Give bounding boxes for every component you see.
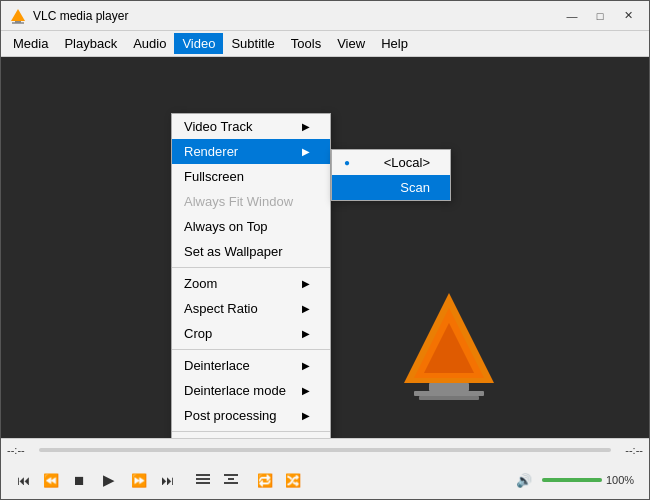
seek-bar[interactable] [39, 448, 611, 452]
menu-media[interactable]: Media [5, 33, 56, 54]
svg-rect-6 [429, 383, 469, 391]
bottom-controls: --:-- --:-- ⏮ ⏪ ⏹ ▶ ⏩ ⏭ [1, 438, 649, 499]
settings-icon [224, 473, 238, 487]
toggle-playlist-button[interactable] [189, 466, 217, 494]
submenu-arrow-crop-icon: ▶ [302, 328, 310, 339]
submenu-arrow-deinterlace-mode-icon: ▶ [302, 385, 310, 396]
next-frame-button[interactable]: ⏭ [153, 466, 181, 494]
svg-rect-8 [419, 396, 479, 400]
maximize-button[interactable]: □ [587, 6, 613, 26]
aspect-ratio-item[interactable]: Aspect Ratio ▶ [172, 296, 330, 321]
submenu-arrow-post-icon: ▶ [302, 410, 310, 421]
skip-back-button[interactable]: ⏪ [37, 466, 65, 494]
video-track-item[interactable]: Video Track ▶ [172, 114, 330, 139]
svg-rect-7 [414, 391, 484, 396]
take-snapshot-item[interactable]: Take Snapshot [172, 435, 330, 438]
loop-button[interactable]: 🔁 [251, 466, 279, 494]
submenu-arrow-renderer-icon: ▶ [302, 146, 310, 157]
play-button[interactable]: ▶ [93, 464, 125, 496]
app-icon [9, 7, 27, 25]
local-renderer-item[interactable]: ● <Local> [332, 150, 450, 175]
extended-settings-button[interactable] [217, 466, 245, 494]
menu-tools[interactable]: Tools [283, 33, 329, 54]
menu-help[interactable]: Help [373, 33, 416, 54]
svg-rect-11 [196, 482, 210, 484]
submenu-arrow-zoom-icon: ▶ [302, 278, 310, 289]
always-fit-window-item[interactable]: Always Fit Window [172, 189, 330, 214]
separator-3 [172, 431, 330, 432]
svg-marker-0 [11, 9, 25, 21]
svg-rect-12 [224, 474, 238, 476]
svg-rect-10 [196, 478, 210, 480]
volume-area: 🔊 100% [510, 466, 641, 494]
prev-frame-button[interactable]: ⏮ [9, 466, 37, 494]
menu-view[interactable]: View [329, 33, 373, 54]
renderer-submenu: ● <Local> ● Scan [331, 149, 451, 201]
time-left: --:-- [7, 444, 35, 456]
seek-bar-row: --:-- --:-- [1, 439, 649, 461]
svg-rect-9 [196, 474, 210, 476]
title-bar: VLC media player — □ ✕ [1, 1, 649, 31]
separator-1 [172, 267, 330, 268]
time-right: --:-- [615, 444, 643, 456]
scan-item[interactable]: ● Scan [332, 175, 450, 200]
menu-subtitle[interactable]: Subtitle [223, 33, 282, 54]
window-controls: — □ ✕ [559, 6, 641, 26]
renderer-item[interactable]: Renderer ▶ [172, 139, 330, 164]
video-area: Video Track ▶ Renderer ▶ Fullscreen Alwa… [1, 57, 649, 438]
submenu-arrow-aspect-icon: ▶ [302, 303, 310, 314]
volume-label: 100% [606, 474, 641, 486]
submenu-arrow-deinterlace-icon: ▶ [302, 360, 310, 371]
svg-rect-13 [228, 478, 234, 480]
app-window: VLC media player — □ ✕ Media Playback Au… [0, 0, 650, 500]
skip-forward-button[interactable]: ⏩ [125, 466, 153, 494]
fullscreen-item[interactable]: Fullscreen [172, 164, 330, 189]
post-processing-item[interactable]: Post processing ▶ [172, 403, 330, 428]
zoom-item[interactable]: Zoom ▶ [172, 271, 330, 296]
video-dropdown-menu: Video Track ▶ Renderer ▶ Fullscreen Alwa… [171, 113, 331, 438]
stop-button[interactable]: ⏹ [65, 466, 93, 494]
controls-row: ⏮ ⏪ ⏹ ▶ ⏩ ⏭ [1, 461, 649, 499]
vlc-cone-watermark [399, 288, 499, 408]
separator-2 [172, 349, 330, 350]
menu-audio[interactable]: Audio [125, 33, 174, 54]
random-button[interactable]: 🔀 [279, 466, 307, 494]
menu-video[interactable]: Video [174, 33, 223, 54]
playlist-icon [196, 474, 210, 486]
always-on-top-item[interactable]: Always on Top [172, 214, 330, 239]
svg-rect-14 [224, 482, 238, 484]
menu-playback[interactable]: Playback [56, 33, 125, 54]
submenu-arrow-icon: ▶ [302, 121, 310, 132]
crop-item[interactable]: Crop ▶ [172, 321, 330, 346]
volume-fill [542, 478, 602, 482]
set-as-wallpaper-item[interactable]: Set as Wallpaper [172, 239, 330, 264]
menu-bar: Media Playback Audio Video Subtitle Tool… [1, 31, 649, 57]
close-button[interactable]: ✕ [615, 6, 641, 26]
minimize-button[interactable]: — [559, 6, 585, 26]
deinterlace-mode-item[interactable]: Deinterlace mode ▶ [172, 378, 330, 403]
bullet-icon: ● [344, 157, 350, 168]
volume-bar[interactable] [542, 478, 602, 482]
window-title: VLC media player [33, 9, 559, 23]
mute-button[interactable]: 🔊 [510, 466, 538, 494]
deinterlace-item[interactable]: Deinterlace ▶ [172, 353, 330, 378]
